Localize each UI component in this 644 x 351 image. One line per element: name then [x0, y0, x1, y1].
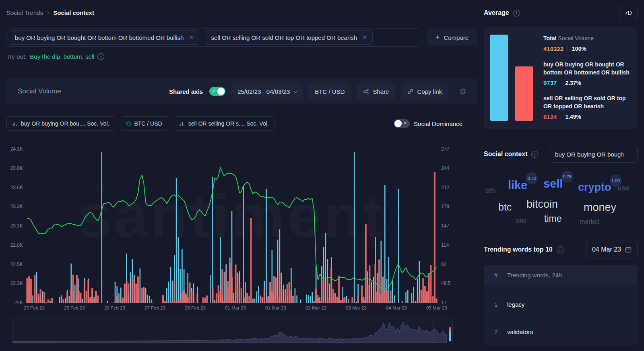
buy-percent: 2.37%: [565, 80, 581, 86]
social-dominance-toggle[interactable]: ✕: [394, 119, 410, 128]
svg-text:03 Mar 23: 03 Mar 23: [346, 306, 367, 310]
svg-text:23.8K: 23.8K: [10, 165, 23, 171]
sell-value-row: 6124 1.49%: [543, 114, 630, 120]
gear-icon[interactable]: ⚙: [459, 87, 466, 96]
calendar-icon: [625, 246, 632, 253]
toggle-knob: [217, 88, 225, 95]
trending-date-label: 04 Mar 23: [592, 246, 621, 253]
cloud-word[interactable]: money: [584, 201, 616, 214]
remove-chip-icon[interactable]: ✕: [363, 35, 367, 40]
cloud-word[interactable]: sell0.76: [543, 177, 563, 190]
tryout-label: Try out:: [6, 53, 27, 60]
link-icon: [407, 89, 413, 95]
breadcrumb-social-context: Social context: [53, 9, 94, 16]
cloud-word[interactable]: market: [580, 218, 599, 225]
chart-toolbar: Social Volume Shared axis ✓ 25/02/23 - 0…: [6, 78, 477, 104]
info-icon[interactable]: i: [97, 53, 104, 60]
word-score-badge: 0.72: [526, 172, 538, 184]
social-context-title: Social context: [484, 151, 527, 158]
row-rank: 1: [484, 301, 507, 308]
date-range-picker[interactable]: 25/02/23 - 04/03/23: [231, 83, 303, 99]
mini-bars-icon: [12, 121, 17, 126]
info-icon[interactable]: i: [557, 246, 564, 253]
cloud-word[interactable]: like0.72: [508, 179, 527, 192]
chevron-down-icon: [293, 89, 297, 93]
diamond-icon: [126, 121, 132, 126]
social-dominance-control: ✕ Social Dominance: [394, 119, 462, 128]
legend-chip-btc-usd[interactable]: BTC / USD: [121, 116, 168, 131]
toggle-knob: [394, 120, 402, 127]
tryout-row: Try out: Buy the dip, bottom, sell i: [6, 53, 477, 60]
svg-text:01 Mar 23: 01 Mar 23: [265, 306, 286, 310]
brush-preview-chart[interactable]: [12, 318, 452, 343]
copy-link-button[interactable]: Copy link: [401, 83, 448, 99]
shared-axis-label: Shared axis: [169, 88, 203, 95]
svg-text:22.3K: 22.3K: [10, 281, 23, 286]
rank-column-header: #: [484, 272, 507, 279]
buy-query-label: buy OR buying OR bought OR bottom OR bot…: [543, 60, 630, 77]
cloud-word[interactable]: bitcoin: [526, 198, 558, 211]
period-7d-button[interactable]: 7D: [619, 6, 638, 20]
legend-chip-buy-volume[interactable]: buy OR buying OR bou..., Soc. Vol.: [6, 116, 115, 131]
average-stats: Total Social Volume 410322 100% buy OR b…: [543, 35, 630, 121]
cloud-word[interactable]: time: [544, 213, 561, 224]
svg-text:05 Mar 23: 05 Mar 23: [426, 306, 447, 310]
social-context-input[interactable]: buy OR buying OR bough: [550, 146, 638, 163]
svg-text:26 Feb 23: 26 Feb 23: [104, 306, 125, 310]
query-chip-buy[interactable]: buy OR buying OR bought OR bottom OR bot…: [9, 30, 199, 45]
info-icon[interactable]: i: [513, 10, 520, 17]
asset-selector[interactable]: BTC / USD: [308, 83, 351, 99]
chart-brush-area[interactable]: [12, 318, 453, 343]
buy-value-row: 9737 2.37%: [543, 79, 630, 86]
svg-text:82: 82: [441, 262, 447, 267]
share-button-label: Share: [373, 88, 389, 95]
row-word: validators: [507, 328, 533, 335]
table-row[interactable]: 1 legacy: [484, 291, 638, 318]
shared-axis-toggle[interactable]: ✓: [209, 87, 225, 96]
trending-title: Trending words top 10: [484, 246, 553, 253]
compare-button-label: Compare: [444, 34, 469, 41]
total-value-row: 410322 100%: [543, 45, 630, 52]
share-button[interactable]: Share: [357, 83, 395, 99]
table-row[interactable]: 2 validators: [484, 318, 638, 345]
trending-date-picker[interactable]: 04 Mar 23: [586, 241, 638, 258]
cloud-word[interactable]: eth: [485, 187, 495, 195]
sell-value: 6124: [543, 114, 557, 120]
svg-text:147: 147: [441, 223, 449, 229]
main-column: Social Trends › Social context buy OR bu…: [0, 0, 477, 351]
row-word: legacy: [507, 301, 524, 308]
legend-chip-sell-volume[interactable]: sell OR selling OR s..., Soc. Vol.: [174, 116, 275, 131]
tryout-link[interactable]: Buy the dip, bottom, sell: [30, 53, 94, 60]
svg-text:22.8K: 22.8K: [10, 242, 23, 248]
social-context-header: Social context i buy OR buying OR bough: [484, 146, 638, 163]
social-context-input-value: buy OR buying OR bough: [555, 151, 624, 158]
cloud-word[interactable]: crypto1.00: [578, 181, 611, 194]
legend-chip-buy-label: buy OR buying OR bou..., Soc. Vol.: [21, 120, 109, 127]
divider: [568, 46, 568, 52]
query-chip-sell[interactable]: sell OR selling OR sold OR top OR topped…: [205, 30, 373, 45]
svg-text:25 Feb 23: 25 Feb 23: [64, 306, 85, 310]
svg-text:02 Mar 23: 02 Mar 23: [305, 306, 326, 310]
chart-title: Social Volume: [18, 87, 61, 95]
svg-text:22.5K: 22.5K: [10, 262, 23, 267]
legend-row: buy OR buying OR bou..., Soc. Vol. BTC /…: [6, 116, 477, 131]
query-input-container[interactable]: buy OR buying OR bought OR bottom OR bot…: [6, 28, 421, 47]
cloud-word[interactable]: one: [516, 217, 527, 225]
info-icon[interactable]: i: [531, 151, 538, 158]
cloud-word[interactable]: use: [617, 184, 630, 192]
table-header-row: # Trending words, 24h: [484, 265, 638, 285]
total-value: 410322: [543, 45, 564, 52]
svg-text:114: 114: [441, 242, 449, 248]
right-sidebar: Average i 7D Total Social Volume 410322 …: [477, 0, 644, 351]
main-chart-area[interactable]: 24.1K27723.8K24423.6K21223.3K17923.1K147…: [6, 140, 477, 315]
row-rank: 2: [484, 328, 507, 335]
words-column-header: Trending words, 24h: [507, 272, 562, 279]
remove-chip-icon[interactable]: ✕: [189, 35, 193, 40]
svg-text:24.1K: 24.1K: [10, 146, 23, 152]
word-cloud: ethlike0.72sell0.76crypto1.00usebtcbitco…: [484, 168, 638, 229]
compare-button[interactable]: + Compare: [427, 29, 477, 46]
date-range-label: 25/02/23 - 04/03/23: [237, 88, 290, 95]
breadcrumb-social-trends[interactable]: Social Trends: [6, 9, 43, 16]
cloud-word[interactable]: btc: [498, 201, 512, 213]
social-volume-chart[interactable]: 24.1K27723.8K24423.6K21223.3K17923.1K147…: [6, 140, 453, 314]
